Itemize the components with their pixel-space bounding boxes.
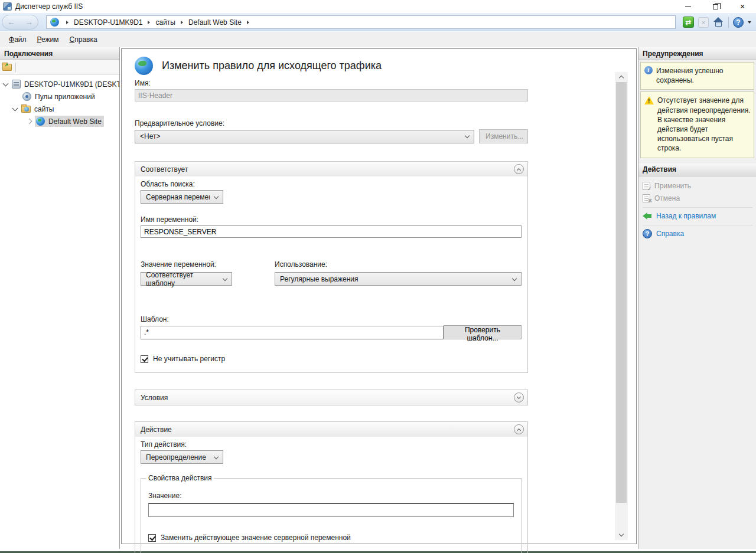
breadcrumb[interactable]: DESKTOP-U1MK9D1 сайты Default Web Site xyxy=(46,15,676,29)
chevron-down-icon xyxy=(223,276,227,280)
pattern-label: Шаблон: xyxy=(141,315,522,323)
collapse-button[interactable] xyxy=(514,164,524,174)
warning-message: Отсутствует значение для действия переоп… xyxy=(640,91,754,158)
chevron-down-icon[interactable] xyxy=(12,105,18,111)
expand-button[interactable] xyxy=(514,392,524,403)
breadcrumb-arrow-icon xyxy=(181,21,183,24)
action-section-title: Действие xyxy=(141,426,172,434)
close-button[interactable]: × xyxy=(729,0,756,13)
breadcrumb-item-server[interactable]: DESKTOP-U1MK9D1 xyxy=(73,18,144,27)
connect-icon[interactable] xyxy=(2,64,12,71)
scrollbar-thumb[interactable] xyxy=(616,82,627,503)
chevron-down-icon xyxy=(214,454,219,459)
divider xyxy=(15,63,16,72)
server-icon xyxy=(12,80,21,89)
menu-view[interactable]: Режим xyxy=(32,33,64,46)
home-icon[interactable] xyxy=(713,17,724,27)
refresh-icon[interactable]: ⇄ xyxy=(683,17,694,28)
tree-item-app-pools[interactable]: Пулы приложений xyxy=(0,90,119,103)
action-type-label: Тип действия: xyxy=(141,440,522,449)
breadcrumb-item-sites[interactable]: сайты xyxy=(154,18,177,27)
help-icon[interactable]: ? xyxy=(733,17,744,28)
variable-value-select[interactable]: Соответствует шаблону xyxy=(141,272,232,286)
alerts-header: Предупреждения xyxy=(638,47,756,60)
scrollbar-track[interactable] xyxy=(615,82,628,530)
name-field xyxy=(135,89,528,102)
precondition-select[interactable]: <Нет> xyxy=(135,130,474,143)
ignore-case-checkbox[interactable] xyxy=(141,355,148,363)
close-icon: × xyxy=(740,2,745,11)
info-message-text: Изменения успешно сохранены. xyxy=(656,66,751,85)
back-to-rules-link[interactable]: Назад к правилам xyxy=(643,210,752,222)
chevron-up-icon xyxy=(517,428,521,432)
action-properties-group: Свойства действия Значение: Заменить дей… xyxy=(141,478,522,553)
chevron-down-icon xyxy=(619,532,624,536)
variable-name-field[interactable] xyxy=(141,225,522,238)
help-icon: ? xyxy=(643,229,652,238)
tree-item-default-web-site[interactable]: Default Web Site xyxy=(0,115,119,127)
scroll-down-button[interactable] xyxy=(615,530,628,540)
breadcrumb-arrow-icon xyxy=(66,21,69,24)
value-label: Значение: xyxy=(148,492,514,500)
rewrite-globe-icon xyxy=(135,57,153,75)
menu-file[interactable]: Файл xyxy=(4,33,32,46)
site-globe-icon xyxy=(36,117,45,126)
value-field[interactable] xyxy=(148,503,514,517)
info-icon: i xyxy=(644,66,653,74)
help-dropdown-icon[interactable] xyxy=(748,21,751,24)
pattern-field[interactable] xyxy=(141,326,444,339)
actions-header: Действия xyxy=(638,163,756,176)
chevron-up-icon xyxy=(619,76,624,80)
back-arrow-icon xyxy=(643,212,652,220)
menu-help[interactable]: Справка xyxy=(64,33,103,46)
window-title: Диспетчер служб IIS xyxy=(15,2,83,11)
action-properties-legend: Свойства действия xyxy=(146,474,214,482)
address-band: ← → DESKTOP-U1MK9D1 сайты Default Web Si… xyxy=(0,13,756,31)
breadcrumb-arrow-icon xyxy=(247,21,249,24)
chevron-right-icon[interactable] xyxy=(27,119,32,125)
usage-select[interactable]: Регулярные выражения xyxy=(275,272,522,286)
chevron-down-icon xyxy=(517,395,521,399)
restore-button[interactable] xyxy=(702,0,729,13)
help-link[interactable]: ? Справка xyxy=(643,228,752,240)
tree-item-server[interactable]: DESKTOP-U1MK9D1 (DESKTOP xyxy=(0,78,119,90)
conditions-section-title: Условия xyxy=(141,394,168,402)
chevron-down-icon[interactable] xyxy=(3,80,9,86)
forward-icon[interactable]: → xyxy=(25,18,33,27)
app-pools-icon xyxy=(22,92,31,101)
minimize-button[interactable] xyxy=(674,0,702,13)
minimize-icon xyxy=(685,6,691,7)
breadcrumb-item-site[interactable]: Default Web Site xyxy=(187,18,243,27)
scope-select[interactable]: Серверная переменн xyxy=(141,190,223,204)
vertical-scrollbar[interactable] xyxy=(615,72,628,540)
breadcrumb-arrow-icon xyxy=(148,21,150,24)
feature-pane: Изменить правило для исходящего трафика … xyxy=(121,48,637,544)
back-icon[interactable]: ← xyxy=(8,18,15,27)
replace-value-checkbox[interactable] xyxy=(148,534,156,542)
match-section: Соответствует Область поиска: Серверная … xyxy=(135,161,528,373)
divider xyxy=(643,225,752,225)
edit-outbound-rule-form: Изменить правило для исходящего трафика … xyxy=(135,55,528,553)
connections-tree: DESKTOP-U1MK9D1 (DESKTOP Пулы приложений… xyxy=(0,75,119,127)
iis-manager-window: Диспетчер служб IIS × ← → DESKTOP-U1MK9D… xyxy=(0,0,756,553)
action-type-select[interactable]: Переопределение xyxy=(141,450,223,464)
cancel-icon xyxy=(643,194,650,202)
chevron-down-icon xyxy=(214,194,219,198)
ignore-case-label: Не учитывать регистр xyxy=(153,355,225,363)
scroll-up-button[interactable] xyxy=(615,72,628,82)
tree-item-sites[interactable]: сайты xyxy=(0,103,119,115)
divider xyxy=(643,207,752,208)
variable-name-label: Имя переменной: xyxy=(141,215,522,224)
match-section-title: Соответствует xyxy=(141,165,188,174)
cancel-action: Отмена xyxy=(643,192,752,205)
connections-header: Подключения xyxy=(0,47,119,60)
page-title: Изменить правило для исходящего трафика xyxy=(162,60,382,72)
edit-precondition-button: Изменить... xyxy=(479,129,528,143)
connections-toolbar xyxy=(0,60,119,75)
variable-value-label: Значение переменной: xyxy=(141,260,275,269)
test-pattern-button[interactable]: Проверить шаблон... xyxy=(444,325,522,339)
collapse-button[interactable] xyxy=(514,424,524,434)
conditions-section: Условия xyxy=(135,390,528,405)
actions-list: Применить Отмена Назад к правилам ? Спра… xyxy=(638,176,756,240)
restore-icon xyxy=(713,4,718,9)
